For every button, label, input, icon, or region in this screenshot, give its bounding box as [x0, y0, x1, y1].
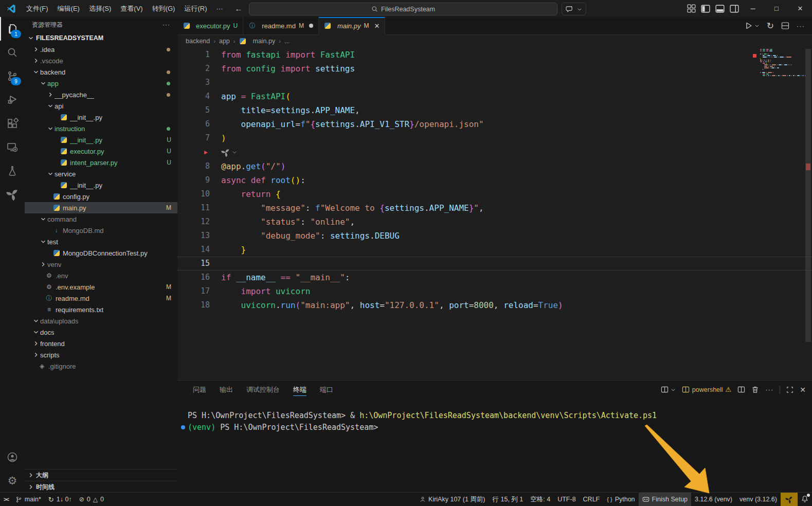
code-line-13[interactable]: 13 "debug_mode": settings.DEBUG [177, 229, 812, 243]
tree-folder-app[interactable]: app [25, 78, 177, 89]
tree-folder-docs[interactable]: docs [25, 327, 177, 338]
tree-folder-.idea[interactable]: .idea [25, 44, 177, 55]
code-line-11[interactable]: 11 "message": f"Welcome to {settings.APP… [177, 201, 812, 215]
terminal-tab-powershell[interactable]: powershell ⚠ [682, 386, 731, 393]
nav-back-icon[interactable]: ← [234, 4, 242, 13]
code-line-9[interactable]: 9async def root(): [177, 173, 812, 187]
code-line-7[interactable]: 7) [177, 131, 812, 145]
breadcrumb-item-2[interactable]: main.py [252, 38, 275, 45]
panel-tab-2[interactable]: 调试控制台 [246, 381, 280, 399]
code-line-17[interactable]: 17 import uvicorn [177, 284, 812, 298]
tree-file-readme.md[interactable]: ⓘreadme.mdM [25, 293, 177, 304]
explorer-icon[interactable]: 1 [0, 17, 25, 41]
tree-file-.gitignore[interactable]: ◈.gitignore [25, 360, 177, 372]
copilot-menu[interactable] [562, 3, 586, 15]
code-line-2[interactable]: 2from config import settings [177, 62, 812, 76]
tree-file-main.py[interactable]: main.pyM [25, 202, 177, 213]
workspace-root[interactable]: FILESREADSYSTEAM [25, 32, 177, 44]
kill-terminal-icon[interactable] [751, 386, 759, 393]
command-center-search[interactable]: FilesReadSysteam [249, 3, 557, 15]
panel-tab-4[interactable]: 端口 [320, 381, 333, 399]
panel-tab-3[interactable]: 终端 [293, 381, 306, 399]
settings-gear-icon[interactable]: ⚙ [0, 469, 25, 493]
open-changes-icon[interactable]: ↻ [767, 21, 774, 31]
editor-scrollbar[interactable] [804, 48, 812, 381]
menu-item-1[interactable]: 编辑(E) [53, 3, 84, 15]
status-finish-setup[interactable]: Finish Setup [639, 493, 691, 506]
code-line-8[interactable]: 8@app.get("/") [177, 159, 812, 173]
status-blame[interactable]: KiriAky 107 (1 周前) [416, 493, 489, 506]
terminal-launch-profile[interactable] [661, 386, 676, 393]
status-extension[interactable] [781, 493, 798, 506]
tree-file-__init__.py[interactable]: __init__.py [25, 112, 177, 123]
menu-item-5[interactable]: 运行(R) [179, 3, 211, 15]
tab-main.py[interactable]: main.pyM✕ [319, 17, 385, 35]
tree-file-__init__.py[interactable]: __init__.pyU [25, 134, 177, 146]
tree-folder-service[interactable]: service [25, 168, 177, 179]
code-line-1[interactable]: 1from fastapi import FastAPI [177, 48, 812, 62]
toggle-secondary-sidebar-icon[interactable] [730, 4, 739, 13]
status-venv[interactable]: venv (3.12.6) [736, 493, 781, 506]
tree-file-executor.py[interactable]: executor.pyU [25, 146, 177, 157]
inline-suggestion-widget[interactable]: ▶ [177, 145, 812, 159]
tree-folder-data-uploads[interactable]: data\uploads [25, 315, 177, 327]
run-python-file-button[interactable] [745, 22, 760, 30]
remote-explorer-icon[interactable] [0, 135, 25, 159]
toggle-primary-sidebar-icon[interactable] [701, 4, 710, 13]
extensions-icon[interactable] [0, 112, 25, 135]
code-line-18[interactable]: 18 uvicorn.run("main:app", host="127.0.0… [177, 298, 812, 312]
tree-file-.env[interactable]: ⚙.env [25, 270, 177, 281]
status-notifications[interactable] [798, 493, 812, 506]
sidebar-more-icon[interactable]: ··· [163, 21, 170, 28]
search-view-icon[interactable] [0, 41, 25, 64]
outline-section[interactable]: 大纲 [25, 469, 177, 481]
tree-file-.env.example[interactable]: ⚙.env.exampleM [25, 281, 177, 293]
tree-folder-scripts[interactable]: scripts [25, 349, 177, 360]
tree-folder-.vscode[interactable]: .vscode [25, 55, 177, 66]
tree-folder-venv[interactable]: venv [25, 259, 177, 270]
tree-folder-api[interactable]: api [25, 100, 177, 112]
code-line-3[interactable]: 3 [177, 76, 812, 89]
code-line-14[interactable]: 14 } [177, 243, 812, 257]
maximize-panel-icon[interactable] [786, 386, 793, 393]
menu-item-3[interactable]: 查看(V) [116, 3, 147, 15]
breadcrumb-item-3[interactable]: ... [284, 38, 290, 45]
close-panel-icon[interactable]: ✕ [800, 386, 806, 394]
pinwheel-extension-icon[interactable] [0, 183, 25, 206]
status-interpreter[interactable]: 3.12.6 (venv) [691, 493, 736, 506]
code-editor[interactable]: 1from fastapi import FastAPI2from config… [177, 48, 812, 381]
code-line-6[interactable]: 6 openapi_url=f"{settings.API_V1_STR}/op… [177, 117, 812, 131]
tree-folder-command[interactable]: command [25, 213, 177, 225]
menu-item-4[interactable]: 转到(G) [148, 3, 180, 15]
account-icon[interactable] [0, 445, 25, 469]
tree-file-MongoDBConnectionTest.py[interactable]: MongoDBConnectionTest.py [25, 247, 177, 259]
code-line-15[interactable]: 15 [177, 257, 812, 270]
menu-item-6[interactable]: ··· [211, 3, 227, 15]
minimize-button[interactable]: ─ [741, 0, 765, 17]
status-sync[interactable]: ↻1↓ 0↑ [45, 493, 76, 506]
tree-folder-backend[interactable]: backend [25, 66, 177, 78]
tree-file-intent_parser.py[interactable]: intent_parser.pyU [25, 157, 177, 168]
maximize-button[interactable]: □ [765, 0, 788, 17]
menu-item-0[interactable]: 文件(F) [22, 3, 53, 15]
tree-folder-frontend[interactable]: frontend [25, 338, 177, 349]
breadcrumb-item-1[interactable]: app [219, 38, 230, 45]
close-tab-icon[interactable]: ✕ [374, 22, 380, 30]
code-line-4[interactable]: 4app = FastAPI( [177, 89, 812, 103]
tree-file-MongoDB.md[interactable]: ↓MongoDB.md [25, 225, 177, 236]
panel-tab-1[interactable]: 输出 [220, 381, 233, 399]
source-control-icon[interactable]: 9 [0, 64, 25, 88]
breadcrumb[interactable]: backend›app›main.py›... [177, 34, 812, 48]
run-debug-icon[interactable] [0, 88, 25, 112]
split-editor-icon[interactable] [781, 22, 789, 30]
status-remote[interactable]: >< [0, 493, 12, 506]
status-language[interactable]: { }Python [603, 493, 638, 506]
status-branch[interactable]: main* [12, 493, 45, 506]
toggle-panel-icon[interactable] [715, 4, 725, 13]
tab-readme.md[interactable]: ⓘreadme.mdM [243, 17, 319, 34]
code-line-5[interactable]: 5 title=settings.APP_NAME, [177, 103, 812, 117]
customize-layout-icon[interactable] [687, 4, 696, 13]
panel-tab-0[interactable]: 问题 [193, 381, 206, 399]
code-line-10[interactable]: 10 return { [177, 187, 812, 201]
command-decoration-icon[interactable] [181, 425, 185, 429]
